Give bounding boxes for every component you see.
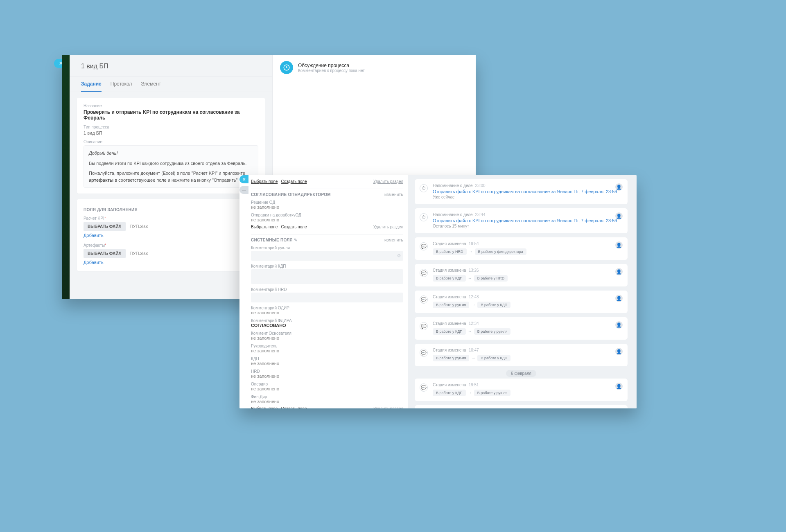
kpi-label: Расчет KPI* [84,216,258,221]
stage-from: В работе у HRD [433,248,467,255]
section-system-fields: СИСТЕМНЫЕ ПОЛЯ ✎ изменить Комментарий ру… [251,234,403,408]
comment-lead-label: Комментарий рук-ля [251,246,403,250]
artifacts-file-button[interactable]: ВЫБРАТЬ ФАЙЛ [84,249,126,258]
change-link-2[interactable]: изменить [384,238,403,242]
activity-stage-change[interactable]: 💬 👤Стадия изменена19:54 В работе у HRD→В… [415,237,628,260]
activity-stage-change[interactable]: 💬 👤Стадия изменена13:26 В работе у КДП→В… [415,264,628,286]
system-field-label: Комментарий ОДИР [251,306,403,310]
desc-line2a: Пожалуйста, приложите документ (Excel) в… [89,171,245,176]
activity-time: 13:26 [469,268,479,273]
comment-kdp-input[interactable] [251,269,403,284]
activity-stage-change[interactable]: 💬 👤Стадия изменена10:47 В работе у рук-л… [415,344,628,366]
stage-to: В работе у рук-ля [474,390,510,396]
task-info-block: Название Проверить и отправить KPI по со… [77,98,265,194]
system-field-label: Фин.Дир [251,394,403,399]
create-field-link[interactable]: Создать поле [281,179,307,184]
activity-stage-change[interactable]: 💬 👤Стадия изменена19:45 В работе у рук-л… [415,405,628,408]
discussion-icon [280,61,293,74]
activity-title: Напоминание о деле [433,183,473,188]
system-field-row: Фин.Дир не заполнено [251,394,403,404]
delete-section-link[interactable]: Удалить раздел [373,179,403,184]
activity-stage-change[interactable]: 💬 👤Стадия изменена12:34 В работе у КДП→В… [415,317,628,340]
desc-line2c: в соответствующее поле и нажмите на кноп… [115,178,237,183]
select-field-link[interactable]: Выбрать поле [251,179,278,184]
select-field-link-2[interactable]: Выбрать поле [251,225,278,229]
user-icon: 👤 [615,383,623,390]
chat-icon: 💬 [420,242,428,250]
stage-from: В работе у рук-ля [433,355,469,361]
desc-line2b: артефакты [89,178,113,183]
field-od-decision-label: Решение ОД [251,200,403,205]
system-field-label: Опердир [251,382,403,386]
description-box: Добрый день! Вы подвели итоги по KPI каж… [84,145,258,188]
stage-from: В работе у КДП [433,328,466,335]
user-icon: 👤 [615,268,623,275]
field-od-rework-value: не заполнено [251,217,403,222]
change-link[interactable]: изменить [384,192,403,197]
delete-section-link-2[interactable]: Удалить раздел [373,225,403,229]
stage-from: В работе у КДП [433,390,466,396]
section-actions-top: Выбрать поле Создать поле Удалить раздел [251,177,403,186]
fields-header: ПОЛЯ ДЛЯ ЗАПОЛНЕНИЯ [84,207,258,212]
activity-reminder[interactable]: ⏱ 👤Напоминание о деле23:44 Отправить фай… [415,208,628,233]
tab-task[interactable]: Задание [81,81,102,92]
proc-value: 1 вид БП [84,131,258,135]
stage-from: В работе у рук-ля [433,302,469,308]
tab-protocol[interactable]: Протокол [111,81,132,92]
system-field-row: Комментарий ФДИРА СОГЛАСОВАНО [251,318,403,328]
user-icon: 👤 [615,212,623,220]
system-field-row: Комментарий ОДИР не заполнено [251,306,403,315]
select-field-link-3[interactable]: Выбрать поле [251,406,278,408]
comment-hrd-input[interactable] [251,293,403,302]
kpi-file-button[interactable]: ВЫБРАТЬ ФАЙЛ [84,222,126,231]
stage-from: В работе у КДП [433,275,466,282]
field-od-rework-label: Отправки на доработкуОД [251,213,403,217]
user-icon: 👤 [615,295,623,302]
stage-to: В работе у HRD [474,275,508,282]
tab-element[interactable]: Элемент [141,81,161,92]
stage-transition: В работе у КДП→В работе у рук-ля [433,390,622,396]
artifacts-file-name: ПУП.xlsx [130,251,148,256]
delete-section-link-3[interactable]: Удалить раздел [373,406,403,408]
system-field-value: не заполнено [251,386,403,391]
arrow-icon: → [468,276,472,280]
system-field-value: не заполнено [251,336,403,340]
date-separator: 6 февраля [415,370,628,376]
field-od-decision-value: не заполнено [251,205,403,210]
control-column: ✕ — [239,175,248,408]
close-pill[interactable]: ✕ [239,175,248,183]
artifacts-add-link[interactable]: Добавить [84,260,104,265]
system-field-value: не заполнено [251,399,403,404]
minimize-pill[interactable]: — [239,186,248,194]
chat-icon: 💬 [420,349,428,357]
arrow-icon: → [468,390,472,395]
system-field-label: Комментарий ФДИРА [251,318,403,323]
stage-to: В работе у КДП [477,302,510,308]
section-operdir: СОГЛАСОВАНИЕ ОПЕР.ДИРЕКТОРОМ изменить Ре… [251,189,403,232]
clear-icon[interactable]: ⊘ [397,253,401,258]
activity-time: 19:51 [469,383,479,387]
activity-time: 19:54 [469,241,479,246]
task-name: Проверить и отправить KPI по сотрудникам… [84,109,258,121]
activity-stage-change[interactable]: 💬 👤Стадия изменена19:51 В работе у КДП→В… [415,379,628,401]
comment-lead-input[interactable]: ⊘ [251,251,403,261]
background-strip [62,55,70,299]
proc-label: Тип процесса [84,125,258,129]
stage-transition: В работе у рук-ля→В работе у КДП [433,302,622,308]
desc-greeting: Добрый день! [89,151,118,156]
activity-link-text: Отправить файл с KPI по сотрудникам на с… [433,189,622,194]
activity-title: Стадия изменена [433,295,466,299]
pencil-icon[interactable]: ✎ [294,238,297,242]
discussion-title: Обсуждение процесса [298,63,365,68]
activity-reminder[interactable]: ⏱ 👤Напоминание о деле23:00 Отправить фай… [415,179,628,204]
create-field-link-3[interactable]: Создать поле [281,406,307,408]
kpi-add-link[interactable]: Добавить [84,233,104,238]
clock-icon: ⏱ [420,184,428,192]
activity-stage-change[interactable]: 💬 👤Стадия изменена12:43 В работе у рук-л… [415,291,628,313]
create-field-link-2[interactable]: Создать поле [281,225,307,229]
system-field-row: Руководитель не заполнено [251,344,403,353]
system-field-row: Опердир не заполнено [251,382,403,391]
window-title: 1 вид БП [70,63,272,77]
tabs: Задание Протокол Элемент [70,77,272,92]
kpi-file-name: ПУП.xlsx [130,224,148,229]
